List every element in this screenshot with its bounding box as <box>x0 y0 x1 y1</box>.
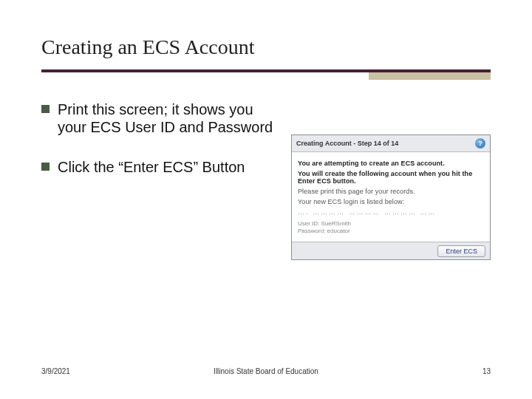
slide-title: Creating an ECS Account <box>41 35 491 59</box>
wizard-text: Your new ECS login is listed below: <box>298 198 484 205</box>
credentials-block: User ID: SueRSmith Password: educator <box>298 220 484 236</box>
bullet-list: Print this screen; it shows you your ECS… <box>41 100 278 260</box>
wizard-text: You will create the following account wh… <box>298 170 484 185</box>
bullet-item: Click the “Enter ECS” Button <box>41 158 278 176</box>
enter-ecs-button[interactable]: Enter ECS <box>437 245 485 257</box>
user-id-label: User ID: <box>298 220 319 227</box>
help-icon[interactable]: ? <box>475 138 485 149</box>
footer-date: 3/9/2021 <box>41 367 70 375</box>
embedded-screenshot: Creating Account - Step 14 of 14 ? You a… <box>291 134 491 260</box>
footer-page-number: 13 <box>482 367 491 375</box>
wizard-step-label: Creating Account - Step 14 of 14 <box>296 140 398 147</box>
title-rule <box>41 69 491 80</box>
user-id-value: SueRSmith <box>321 220 351 227</box>
slide-footer: 3/9/2021 Illinois State Board of Educati… <box>41 367 491 375</box>
wizard-text: Please print this page for your records. <box>298 188 484 195</box>
footer-org: Illinois State Board of Education <box>41 367 491 375</box>
wizard-text: You are attempting to create an ECS acco… <box>298 160 484 167</box>
wizard-footer: Enter ECS <box>292 242 490 259</box>
password-label: Password: <box>298 228 325 234</box>
separator-dots: …. ………… ………… ………… …… <box>298 208 484 216</box>
wizard-header: Creating Account - Step 14 of 14 ? <box>292 135 490 152</box>
bullet-item: Print this screen; it shows you your ECS… <box>41 100 278 136</box>
password-value: educator <box>327 228 350 234</box>
